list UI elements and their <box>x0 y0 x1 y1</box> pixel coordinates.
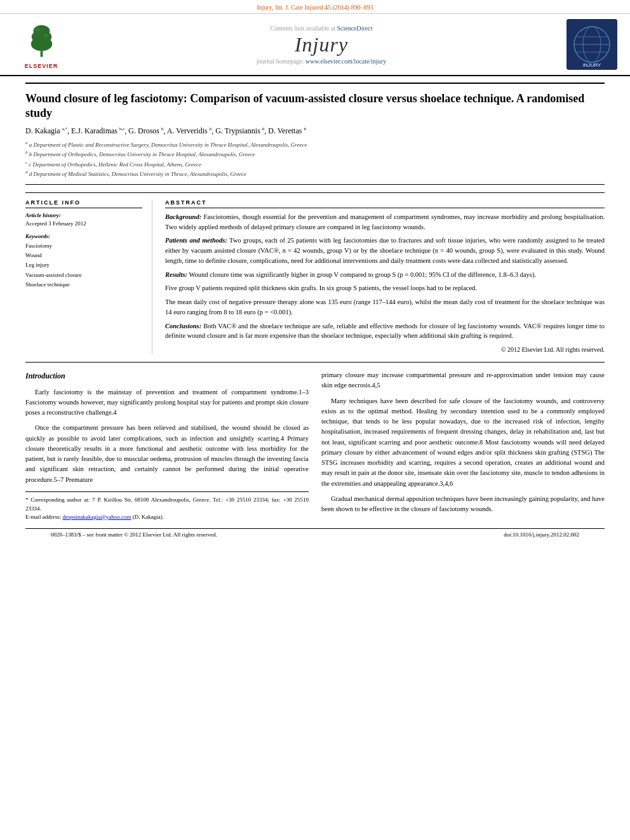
keyword-3: Leg injury <box>25 260 142 270</box>
abstract-conclusions: Conclusions: Both VAC® and the shoelace … <box>165 321 605 342</box>
abstract-results-1: Results: Wound closure time was signific… <box>165 270 605 280</box>
keywords-list: Fasciotomy Wound Leg injury Vacuum-assis… <box>25 241 142 290</box>
citation-text: Injury, Int. J. Care Injured 45 (2014) 8… <box>257 4 373 11</box>
article-history-label: Article history: <box>25 212 142 218</box>
abstract-col: ABSTRACT Background: Fasciotomies, thoug… <box>165 199 605 354</box>
email-label: E-mail address: <box>25 514 61 520</box>
affiliation-b: b b Department of Orthopedics, Democritu… <box>25 149 605 159</box>
conclusions-label: Conclusions: <box>165 323 201 330</box>
intro-para-1: Early fasciotomy is the mainstay of prev… <box>25 387 309 418</box>
homepage-label: journal homepage: <box>257 58 304 65</box>
article-info-col: ARTICLE INFO Article history: Accepted 3… <box>25 199 152 354</box>
body-section: Introduction Early fasciotomy is the mai… <box>25 370 605 528</box>
introduction-heading: Introduction <box>25 370 309 382</box>
abstract-label: ABSTRACT <box>165 199 605 208</box>
abstract-text: Background: Fasciotomies, though essenti… <box>165 212 605 354</box>
abstract-patients: Patients and methods: Two groups, each o… <box>165 236 605 265</box>
keyword-5: Shoelace technique <box>25 280 142 290</box>
homepage-url[interactable]: www.elsevier.com/locate/injury <box>305 58 386 65</box>
patients-label: Patients and methods: <box>165 237 227 244</box>
results-label: Results: <box>165 271 187 278</box>
body-left-col: Introduction Early fasciotomy is the mai… <box>25 370 309 521</box>
right-para-2: Many techniques have been described for … <box>321 396 605 489</box>
article-main-title: Wound closure of leg fasciotomy: Compari… <box>25 91 605 121</box>
footnote-email: E-mail address: despoinakakagia@yahoo.co… <box>25 513 309 522</box>
results-text: Wound closure time was significantly hig… <box>189 271 536 278</box>
affiliation-d: d d Department of Medical Statistics, De… <box>25 169 605 179</box>
svg-text:INJURY: INJURY <box>583 62 601 68</box>
elsevier-logo: ELSEVIER <box>13 20 70 69</box>
elsevier-label: ELSEVIER <box>25 63 58 69</box>
patients-text: Two groups, each of 25 patients with leg… <box>165 237 605 264</box>
sciencedirect-link[interactable]: ScienceDirect <box>337 25 372 32</box>
right-para-1: primary closure may increase compartment… <box>321 370 605 391</box>
svg-point-6 <box>43 34 48 37</box>
keyword-4: Vacuum-assisted closure <box>25 270 142 280</box>
section-divider <box>25 362 605 363</box>
affiliation-a: a a Department of Plastic and Reconstruc… <box>25 140 605 150</box>
article-history-detail: Accepted 3 February 2012 <box>25 220 142 227</box>
article-title-section: Wound closure of leg fasciotomy: Compari… <box>25 83 605 185</box>
keywords-label: Keywords: <box>25 233 142 239</box>
footnote-area: * Corresponding author at: 7 P. Kirillou… <box>25 491 309 522</box>
bottom-bar: 0020–1383/$ – see front matter © 2012 El… <box>25 528 605 540</box>
injury-globe-icon: INJURY <box>566 19 617 70</box>
affiliations: a a Department of Plastic and Reconstruc… <box>25 140 605 179</box>
abstract-results-3: The mean daily cost of negative pressure… <box>165 297 605 317</box>
conclusions-text: Both VAC® and the shoelace technique are… <box>165 323 605 340</box>
authors-line: D. Kakagia a,*, E.J. Karadimas b,c, G. D… <box>25 126 605 136</box>
sciencedirect-info: Contents lists available at ScienceDirec… <box>76 25 566 32</box>
sciencedirect-prefix: Contents lists available at <box>270 25 335 32</box>
doi-text: doi:10.1016/j.injury.2012.02.002 <box>504 531 579 538</box>
journal-header: ELSEVIER Contents lists available at Sci… <box>0 14 630 76</box>
background-label: Background: <box>165 213 201 220</box>
journal-center: Contents lists available at ScienceDirec… <box>76 25 566 65</box>
keyword-1: Fasciotomy <box>25 241 142 251</box>
journal-homepage: journal homepage: www.elsevier.com/locat… <box>76 58 566 65</box>
issn-text: 0020–1383/$ – see front matter © 2012 El… <box>51 531 217 538</box>
body-right-col: primary closure may increase compartment… <box>321 370 605 521</box>
background-text: Fasciotomies, though essential for the p… <box>165 213 605 230</box>
intro-para-2: Once the compartment pressure has been r… <box>25 423 309 485</box>
copyright-text: © 2012 Elsevier Ltd. All rights reserved… <box>165 345 605 354</box>
injury-logo: INJURY <box>566 19 617 70</box>
article-info-label: ARTICLE INFO <box>25 199 142 208</box>
abstract-results-2: Five group V patients required split thi… <box>165 283 605 293</box>
journal-title: Injury <box>76 33 566 57</box>
email-link[interactable]: despoinakakagia@yahoo.com <box>62 514 131 520</box>
email-attribution: (D. Kakagia). <box>133 514 164 520</box>
svg-rect-1 <box>40 51 43 57</box>
citation-bar: Injury, Int. J. Care Injured 45 (2014) 8… <box>0 0 630 14</box>
content-area: Wound closure of leg fasciotomy: Compari… <box>0 76 630 547</box>
abstract-background: Background: Fasciotomies, though essenti… <box>165 212 605 232</box>
footnote-corresponding: * Corresponding author at: 7 P. Kirillou… <box>25 496 309 513</box>
svg-point-4 <box>30 37 51 51</box>
svg-point-5 <box>35 28 39 32</box>
info-abstract-section: ARTICLE INFO Article history: Accepted 3… <box>25 192 605 354</box>
affiliation-c: c c Department of Orthopedics, Hellenic … <box>25 159 605 170</box>
keyword-2: Wound <box>25 251 142 260</box>
elsevier-tree-icon <box>21 20 62 62</box>
right-para-3: Gradual mechanical dermal apposition tec… <box>321 494 605 515</box>
